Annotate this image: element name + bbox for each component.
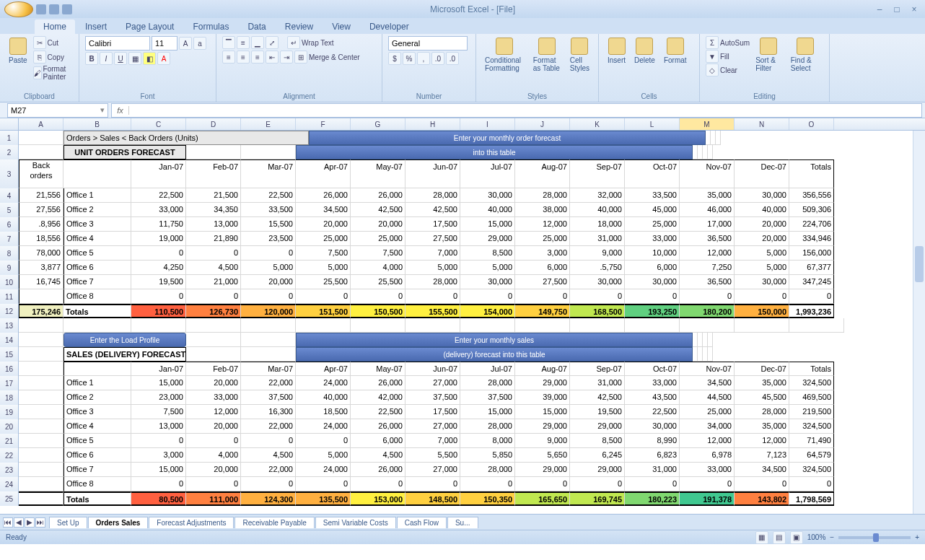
cell[interactable]: 0 <box>570 289 625 304</box>
cell[interactable]: 324,500 <box>789 376 834 390</box>
cell[interactable] <box>711 131 716 145</box>
cell[interactable]: 20,000 <box>351 217 405 232</box>
cell[interactable]: 0 <box>241 477 296 491</box>
cell[interactable]: 23,500 <box>241 232 296 246</box>
fx-icon[interactable]: fx <box>112 106 129 115</box>
paste-button[interactable]: Paste <box>6 36 30 66</box>
col-header-O[interactable]: O <box>789 118 834 130</box>
cell[interactable]: 26,000 <box>351 376 405 390</box>
cell[interactable]: Office 1 <box>63 188 131 203</box>
cell[interactable]: 5,000 <box>296 448 351 463</box>
cell[interactable]: 15,000 <box>515 405 570 419</box>
cell[interactable]: 150,000 <box>735 304 789 318</box>
cell[interactable]: 15,000 <box>131 463 186 477</box>
cell[interactable]: 0 <box>680 289 735 304</box>
cell[interactable]: 30,000 <box>460 188 515 203</box>
cell[interactable]: 27,000 <box>405 463 460 477</box>
cell[interactable] <box>19 289 63 304</box>
cell[interactable]: 4,500 <box>186 261 241 275</box>
cell[interactable]: 27,000 <box>405 419 460 434</box>
cell[interactable]: 20,000 <box>186 463 241 477</box>
cell[interactable]: 33,500 <box>625 188 680 203</box>
cell[interactable]: 34,500 <box>680 376 735 390</box>
cell[interactable]: 8,000 <box>460 434 515 448</box>
row-header[interactable]: 12 <box>0 304 19 318</box>
cell[interactable]: 28,000 <box>405 275 460 289</box>
cell[interactable]: 5,000 <box>460 261 515 275</box>
cell[interactable]: 9,000 <box>515 434 570 448</box>
cell[interactable]: Feb-07 <box>186 159 241 188</box>
fill-button[interactable]: ▼Fill <box>706 50 750 63</box>
cell[interactable]: 29,000 <box>515 376 570 390</box>
cell[interactable]: 17,500 <box>405 217 460 232</box>
cell[interactable]: 20,000 <box>186 419 241 434</box>
cell[interactable]: 5,650 <box>515 448 570 463</box>
sheet-tab[interactable]: Cash Flow <box>397 517 447 528</box>
zoom-out-button[interactable]: − <box>830 533 834 541</box>
cell[interactable]: May-07 <box>351 159 405 188</box>
cell[interactable] <box>19 362 63 376</box>
cell[interactable]: 40,000 <box>296 390 351 405</box>
underline-button[interactable]: U <box>114 52 127 65</box>
view-normal-icon[interactable]: ▦ <box>755 531 768 544</box>
cell[interactable] <box>241 347 296 362</box>
cell[interactable]: 7,123 <box>735 448 789 463</box>
tab-nav-last-icon[interactable]: ⏭ <box>35 517 45 528</box>
cell[interactable]: 30,000 <box>570 275 625 289</box>
cell[interactable]: Oct-07 <box>625 159 680 188</box>
row-header[interactable]: 25 <box>0 491 19 506</box>
cell[interactable]: 4,250 <box>131 261 186 275</box>
cell[interactable]: 20,000 <box>735 232 789 246</box>
tab-insert[interactable]: Insert <box>76 19 115 34</box>
cell[interactable]: 42,500 <box>351 203 405 217</box>
qat-redo-icon[interactable] <box>62 4 72 14</box>
cell[interactable]: 37,500 <box>405 390 460 405</box>
formula-bar[interactable]: fx <box>111 103 922 118</box>
cell[interactable] <box>186 318 241 333</box>
cell[interactable]: 1,993,236 <box>789 304 834 318</box>
cell[interactable]: 0 <box>515 477 570 491</box>
cell[interactable]: Jul-07 <box>460 362 515 376</box>
cell[interactable]: 219,500 <box>789 405 834 419</box>
cell[interactable]: 0 <box>241 289 296 304</box>
cell[interactable]: 21,890 <box>186 232 241 246</box>
cell[interactable] <box>63 362 131 376</box>
row-header[interactable]: 4 <box>0 188 19 203</box>
tab-nav-prev-icon[interactable]: ◀ <box>14 517 24 528</box>
row-header[interactable]: 5 <box>0 203 19 217</box>
cell[interactable]: 28,000 <box>460 419 515 434</box>
shrink-font-icon[interactable]: a <box>193 37 206 50</box>
cell[interactable]: 0 <box>351 477 405 491</box>
cell[interactable]: 29,000 <box>570 463 625 477</box>
cell[interactable]: 24,000 <box>296 419 351 434</box>
cell[interactable] <box>460 318 515 333</box>
cell[interactable]: 6,245 <box>570 448 625 463</box>
cell[interactable]: 42,500 <box>570 390 625 405</box>
row-header[interactable]: 2 <box>0 145 19 159</box>
col-header-C[interactable]: C <box>131 118 186 130</box>
cell[interactable] <box>63 318 131 333</box>
format-table-button[interactable]: Format as Table <box>530 36 564 74</box>
sheet-tab[interactable]: Orders Sales <box>88 517 149 528</box>
cell[interactable]: 25,000 <box>515 232 570 246</box>
cell[interactable]: 37,500 <box>241 390 296 405</box>
cell[interactable]: 347,245 <box>789 275 834 289</box>
row-header[interactable]: 24 <box>0 477 19 491</box>
cell[interactable]: 34,000 <box>680 419 735 434</box>
cell[interactable]: 15,500 <box>241 217 296 232</box>
cell[interactable]: Jan-07 <box>131 362 186 376</box>
row-header[interactable]: 11 <box>0 289 19 304</box>
col-header-E[interactable]: E <box>241 118 296 130</box>
sort-filter-button[interactable]: Sort & Filter <box>753 36 785 74</box>
cell[interactable]: 25,000 <box>351 232 405 246</box>
cell[interactable]: Nov-07 <box>680 159 735 188</box>
cell[interactable]: 356,556 <box>789 188 834 203</box>
close-button[interactable]: × <box>908 4 921 14</box>
insert-cells-button[interactable]: Insert <box>605 36 628 66</box>
cell[interactable]: Office 7 <box>63 463 131 477</box>
cell[interactable]: 7,250 <box>680 261 735 275</box>
cell[interactable]: 149,750 <box>515 304 570 318</box>
cell[interactable]: 44,500 <box>680 390 735 405</box>
cell[interactable]: 193,250 <box>625 304 680 318</box>
cell[interactable]: Sep-07 <box>570 159 625 188</box>
